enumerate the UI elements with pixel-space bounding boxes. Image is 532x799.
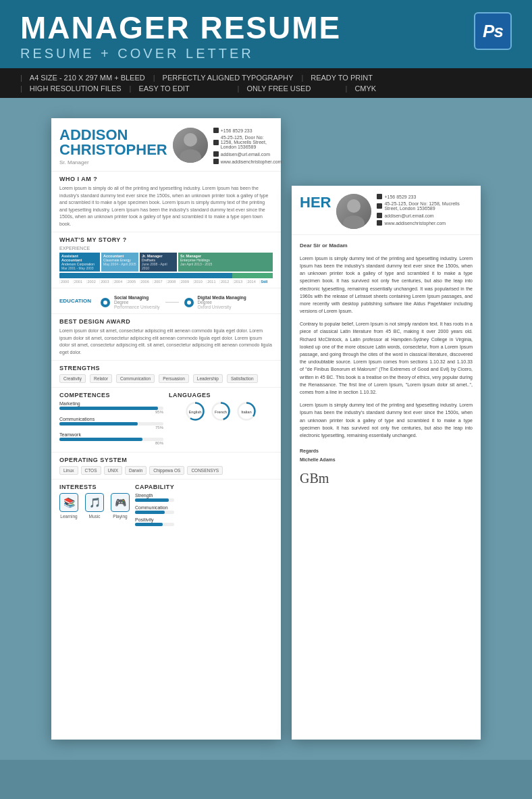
lang-english-circle: English — [185, 401, 205, 421]
feature-7: CMYK — [346, 83, 454, 94]
contact-address: 45-25-125, Door No: 1258, Mucrells Stree… — [213, 135, 274, 149]
cover-email-icon — [377, 213, 382, 218]
interests-capability-section: INTERESTS 📚 Learning 🎵 Music 🎮 Playin — [51, 480, 281, 534]
lang-italian-circle: Italian — [236, 401, 257, 421]
award-title: BEST DESIGN AWARD — [59, 318, 273, 325]
interest-1: 📚 Learning — [59, 493, 78, 519]
strength-5: Leadership — [193, 374, 223, 383]
resume-photo — [173, 128, 208, 163]
job-block-3: Jr. Manager Dreffsets June 2008 - April … — [140, 253, 177, 272]
subtitle: RESUME + COVER LETTER — [20, 46, 341, 61]
cover-signer: Michelle Adams — [300, 456, 473, 463]
edu-connector — [165, 302, 179, 303]
jobs-title-row: Assistant Accountant Anderson Corporatio… — [59, 253, 273, 272]
comp-lang-section: COMPETENCES Marketing 95% Communications — [51, 388, 281, 453]
cover-photo — [336, 194, 371, 229]
interests-capability-row: INTERESTS 📚 Learning 🎵 Music 🎮 Playin — [59, 484, 273, 530]
edu-node-1 — [101, 298, 110, 307]
strengths-row: Creativity Relator Communication Persuas… — [59, 374, 273, 383]
cover-contact: +156 8529 233 45-25-125, Door No: 1258, … — [377, 194, 473, 226]
cover-salutation: Dear Sir or Madam — [300, 242, 473, 251]
os-title: OPERATING SYSTEM — [59, 457, 273, 463]
os-section: OPERATING SYSTEM Linux CTOS UNIX Darwin … — [51, 453, 281, 480]
strength-4: Persuasion — [159, 374, 189, 383]
svg-point-3 — [187, 301, 191, 305]
interest-2: 🎵 Music — [85, 493, 104, 519]
lang-english: English — [185, 401, 205, 423]
who-am-i-title: WHO I AM ? — [59, 176, 273, 182]
cover-regards: Regards — [300, 447, 473, 455]
lang-french-circle: French — [211, 401, 231, 421]
year-2000: 2000 — [59, 280, 73, 284]
cover-header: HER +156 8529 233 45-25-125, Door No: — [292, 186, 481, 235]
job-2-period: May 2004 - April 2005 — [103, 262, 136, 266]
story-title: WHAT'S MY STORY ? — [59, 236, 273, 243]
svg-point-0 — [184, 133, 197, 147]
comp-1-label: Marketing — [59, 401, 163, 406]
svg-text:French: French — [215, 410, 227, 414]
interest-1-icon: 📚 — [59, 493, 78, 512]
os-4: Darwin — [125, 466, 147, 475]
job-1-title: Assistant Accountant — [61, 254, 98, 262]
header: MANAGER RESUME RESUME + COVER LETTER Ps — [0, 0, 532, 68]
phone-icon — [213, 128, 219, 133]
interest-2-label: Music — [89, 514, 101, 519]
education-label: EDUCATION — [59, 298, 97, 304]
year-2002: 2002 — [86, 280, 100, 284]
capability-title: CAPABILITY — [135, 484, 174, 490]
cap-1-bar-bg — [135, 498, 174, 502]
cover-para-2: Contrary to popular belief, Lorem Ipsum … — [300, 320, 473, 396]
edu-item-2: Digital Media Managing Degree Oxford Uni… — [198, 295, 246, 309]
award-section: BEST DESIGN AWARD Lorem ipsum dolor sit … — [51, 314, 281, 361]
comp-1: Marketing 95% — [59, 401, 163, 414]
job-4-period: Jan April 2013 - 2015 — [180, 262, 271, 266]
year-2005: 2005 — [126, 280, 140, 284]
edu-item-1: Social Managing Degree Performance Unive… — [114, 295, 160, 309]
resume-card: ADDISON CHRISTOPHER Sr. Manager +156 852… — [51, 118, 281, 740]
year-2012: 2012 — [219, 280, 233, 284]
languages-col: LANGUAGES English — [169, 392, 273, 448]
strength-2: Relator — [90, 374, 112, 383]
os-5: Chippewa OS — [149, 466, 184, 475]
job-block-2: Accountant Classmate Energy May 2004 - A… — [101, 253, 138, 272]
cover-address: 45-25-125, Door No: 1258, Mucrells Stree… — [377, 201, 473, 211]
main-area: ADDISON CHRISTOPHER Sr. Manager +156 852… — [0, 98, 532, 760]
experience-label: EXPERIENCE — [59, 246, 273, 251]
interest-2-icon: 🎵 — [85, 493, 104, 512]
lang-circles: English French — [169, 401, 273, 423]
edu-1-label: Social Managing — [114, 295, 160, 300]
award-body: Lorem ipsum dolor sit amet, consectetur … — [59, 328, 273, 356]
interest-1-label: Learning — [60, 514, 77, 519]
cap-3: Positivity — [135, 517, 174, 526]
svg-text:English: English — [188, 410, 201, 414]
who-am-i-body: Lorem ipsum is simply do all of the prin… — [59, 185, 273, 228]
email-icon — [213, 151, 219, 157]
edu-2-inst: Oxford University — [198, 305, 246, 309]
cover-phone: +156 8529 233 — [377, 194, 473, 199]
feature-6: ONLY FREE USED — [238, 83, 346, 94]
edu-2-degree: Degree — [198, 300, 246, 305]
cap-3-fill — [135, 523, 163, 526]
year-2004: 2004 — [113, 280, 126, 284]
last-name: CHRISTOPHER — [59, 143, 167, 157]
feature-3: PERFECTLY ALIGNED TYPOGRAPHY — [153, 72, 302, 83]
years-row: 2000 2001 2002 2003 2004 2005 2006 2007 … — [59, 280, 273, 284]
story-section: WHAT'S MY STORY ? EXPERIENCE Assistant A… — [51, 232, 281, 288]
education-section: EDUCATION Social Managing Degree Perform… — [51, 288, 281, 314]
strengths-section: STRENGTHS Creativity Relator Communicati… — [51, 361, 281, 388]
year-2001: 2001 — [73, 280, 86, 284]
timeline-bar — [59, 273, 273, 278]
os-3: UNIX — [104, 466, 123, 475]
job-block-1: Assistant Accountant Anderson Corporatio… — [59, 253, 100, 272]
job-3-period: June 2008 - April 2010 — [142, 262, 175, 270]
lang-french: French — [211, 401, 231, 423]
feature-4: EASY TO EDIT — [130, 83, 238, 94]
ps-badge: Ps — [474, 12, 512, 50]
interest-3-label: Playing — [113, 514, 127, 519]
contact-phone: +156 8529 233 — [213, 128, 274, 133]
os-1: Linux — [59, 466, 78, 475]
strength-1: Creativity — [59, 374, 86, 383]
cap-2: Communication — [135, 505, 174, 514]
cover-signature: GBm — [300, 467, 473, 489]
year-2013: 2013 — [233, 280, 246, 284]
